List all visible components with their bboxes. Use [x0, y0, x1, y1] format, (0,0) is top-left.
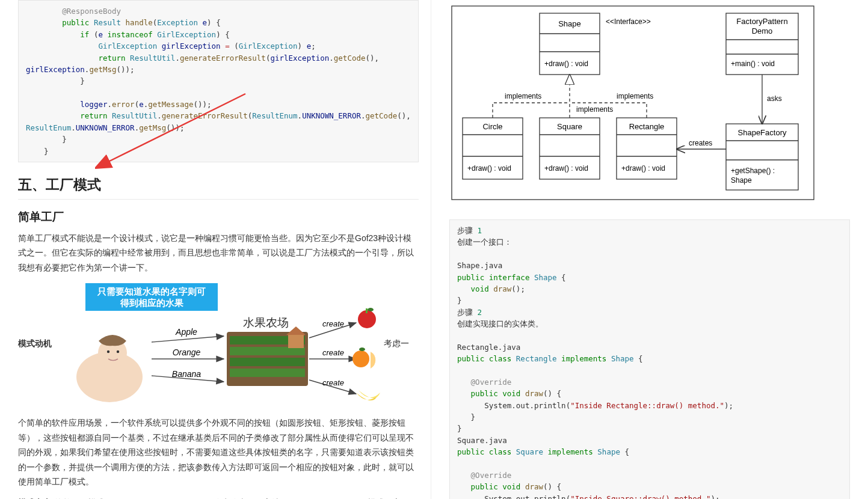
- svg-text:create: create: [322, 378, 344, 387]
- label-consider-one: 考虑一: [380, 338, 410, 349]
- svg-rect-22: [288, 335, 304, 348]
- uml-class-factory-pattern-demo: FactoryPattern Demo +main() : void: [726, 13, 798, 75]
- left-column: @ResponseBody public Result handle(Excep…: [0, 0, 431, 499]
- svg-text:+getShape() :: +getShape() :: [731, 167, 775, 175]
- code-block-factory-impl: 步骤 1 创建一个接口： Shape.java public interface…: [449, 219, 850, 499]
- svg-text:create: create: [322, 319, 344, 328]
- svg-rect-31: [366, 308, 368, 313]
- svg-marker-23: [286, 326, 306, 335]
- uml-class-circle: Circle +draw() : void: [463, 118, 523, 179]
- fruit-farm-svg: 只需要知道水果的名字则可 得到相应的水果 水果农场: [55, 281, 380, 407]
- uml-diagram-factory-pattern: Shape +draw() : void <<Interface>> Circl…: [449, 4, 850, 204]
- svg-line-11: [152, 336, 224, 342]
- paragraph-intro: 简单工厂模式不能说是一个设计模式，说它是一种编程习惯可能更恰当些。因为它至少不是…: [18, 231, 419, 275]
- code-block-exception-handler: @ResponseBody public Result handle(Excep…: [18, 0, 419, 162]
- paragraph-definition: 模式定义 简单工厂模式(Simple Factory Pattern)：又称为静…: [18, 495, 419, 499]
- uml-class-square: Square +draw() : void: [540, 118, 600, 179]
- svg-text:Square: Square: [557, 122, 582, 131]
- right-column: Shape +draw() : void <<Interface>> Circl…: [431, 0, 868, 499]
- heading-simple-factory: 简单工厂: [18, 209, 419, 225]
- heading-factory-pattern: 五、工厂模式: [18, 176, 419, 200]
- uml-class-shape: Shape +draw() : void: [540, 13, 600, 75]
- svg-text:Orange: Orange: [173, 347, 201, 357]
- annotation-responsebody: @ResponseBody: [62, 7, 121, 16]
- svg-text:Shape: Shape: [558, 19, 581, 28]
- paragraph-scenario: 个简单的软件应用场景，一个软件系统可以提供多个外观不同的按钮（如圆形按钮、矩形按…: [18, 415, 419, 489]
- svg-text:只需要知道水果的名字则可: 只需要知道水果的名字则可: [97, 286, 206, 296]
- svg-text:+main() : void: +main() : void: [731, 60, 775, 68]
- svg-text:FactoryPattern: FactoryPattern: [736, 17, 787, 26]
- svg-text:asks: asks: [767, 94, 782, 103]
- svg-rect-20: [230, 358, 305, 366]
- svg-text:+draw() : void: +draw() : void: [467, 164, 511, 173]
- svg-point-32: [368, 308, 374, 311]
- uml-stereotype-interface: <<Interface>>: [606, 17, 651, 26]
- svg-text:create: create: [322, 348, 344, 357]
- uml-class-shape-factory: ShapeFactory +getShape() : Shape: [726, 124, 798, 190]
- svg-text:implements: implements: [617, 92, 653, 100]
- svg-text:ShapeFactory: ShapeFactory: [738, 128, 787, 137]
- svg-point-9: [117, 351, 119, 353]
- svg-text:+draw() : void: +draw() : void: [621, 164, 665, 173]
- svg-text:implements: implements: [576, 105, 613, 114]
- svg-text:Apple: Apple: [175, 327, 197, 337]
- svg-point-33: [352, 351, 369, 367]
- illustration-fruit-farm: 模式动机 只需要知道水果的名字则可 得到相应的水果 水果农场: [18, 281, 419, 407]
- svg-text:水果农场: 水果农场: [243, 316, 289, 329]
- svg-text:得到相应的水果: 得到相应的水果: [120, 298, 184, 308]
- svg-text:implements: implements: [505, 92, 541, 100]
- svg-text:creates: creates: [689, 139, 712, 147]
- svg-text:Banana: Banana: [172, 369, 201, 379]
- svg-rect-19: [230, 347, 305, 355]
- uml-class-rectangle: Rectangle +draw() : void: [617, 118, 677, 179]
- svg-text:Rectangle: Rectangle: [629, 122, 665, 131]
- svg-point-34: [359, 347, 365, 351]
- svg-text:Shape: Shape: [731, 176, 752, 185]
- svg-point-8: [107, 351, 109, 353]
- svg-text:Circle: Circle: [482, 122, 502, 131]
- svg-text:+draw() : void: +draw() : void: [544, 164, 588, 173]
- svg-text:Demo: Demo: [752, 26, 773, 35]
- svg-rect-21: [230, 369, 305, 377]
- svg-text:+draw() : void: +draw() : void: [544, 60, 588, 68]
- label-pattern-motivation: 模式动机: [18, 338, 55, 349]
